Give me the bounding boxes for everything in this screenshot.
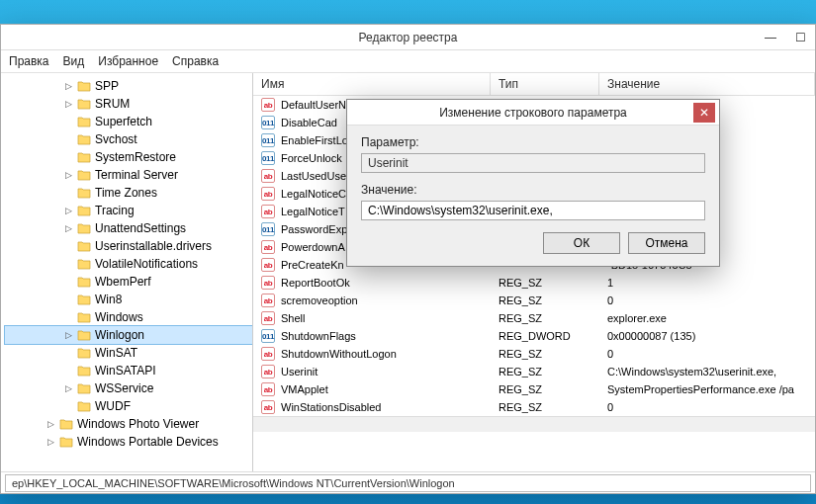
tree-item-label: Windows Portable Devices — [77, 435, 219, 449]
value-type: REG_SZ — [491, 294, 599, 306]
folder-icon — [77, 151, 91, 163]
minimize-button[interactable]: — — [756, 25, 785, 49]
value-row[interactable]: abWinStationsDisabledREG_SZ0 — [253, 398, 815, 416]
value-type: REG_SZ — [491, 348, 599, 360]
value-name: ShutdownWithoutLogon — [281, 348, 397, 360]
tree-item-label: Superfetch — [95, 115, 152, 128]
folder-icon — [77, 311, 91, 323]
expand-icon — [64, 118, 73, 126]
tree-item[interactable]: Svchost — [5, 130, 252, 148]
value-data: explorer.exe — [599, 312, 815, 324]
dialog-titlebar[interactable]: Изменение строкового параметра ✕ — [347, 100, 719, 126]
titlebar[interactable]: Редактор реестра — ☐ — [1, 25, 815, 50]
tree-item[interactable]: ▷Windows Photo Viewer — [5, 415, 252, 433]
expand-icon — [64, 402, 73, 411]
tree-item[interactable]: ▷Terminal Server — [5, 166, 252, 184]
tree-item[interactable]: ▷SRUM — [5, 95, 252, 113]
folder-icon — [77, 258, 91, 270]
value-type: REG_SZ — [491, 383, 599, 395]
tree-item[interactable]: WinSATAPI — [5, 362, 252, 379]
statusbar: ep\HKEY_LOCAL_MACHINE\SOFTWARE\Microsoft… — [1, 471, 815, 493]
value-name: PowerdownA — [281, 241, 345, 253]
tree-item[interactable]: ▷Winlogon — [5, 326, 252, 344]
tree-item[interactable]: WUDF — [5, 397, 252, 415]
folder-icon — [77, 133, 91, 145]
column-name[interactable]: Имя — [253, 73, 491, 95]
value-label: Значение: — [361, 183, 705, 197]
value-name: EnableFirstLo — [281, 134, 348, 146]
expand-icon[interactable]: ▷ — [64, 224, 73, 233]
tree-item[interactable]: Win8 — [5, 291, 252, 308]
column-type[interactable]: Тип — [491, 73, 599, 95]
expand-icon[interactable]: ▷ — [64, 207, 73, 215]
tree-item[interactable]: WbemPerf — [5, 273, 252, 291]
expand-icon[interactable]: ▷ — [64, 100, 73, 109]
value-name: PasswordExp — [281, 223, 347, 235]
string-icon: ab — [261, 258, 275, 272]
value-row[interactable]: 011ShutdownFlagsREG_DWORD0x00000087 (135… — [253, 327, 815, 345]
folder-icon — [77, 276, 91, 288]
string-icon: ab — [261, 382, 275, 396]
value-name: Shell — [281, 312, 305, 324]
tree-item[interactable]: ▷Windows Portable Devices — [5, 433, 252, 451]
value-row[interactable]: abVMAppletREG_SZSystemPropertiesPerforma… — [253, 380, 815, 398]
maximize-button[interactable]: ☐ — [785, 25, 815, 49]
tree-item-label: Time Zones — [95, 186, 157, 200]
menu-view[interactable]: Вид — [63, 54, 85, 68]
value-data: C:\Windows\system32\userinit.exe, — [599, 366, 815, 378]
window-title: Редактор реестра — [359, 31, 458, 44]
expand-icon[interactable]: ▷ — [46, 438, 55, 447]
string-icon: ab — [261, 205, 275, 218]
expand-icon — [64, 367, 73, 376]
value-name: scremoveoption — [281, 294, 358, 306]
tree-item[interactable]: ▷SPP — [5, 77, 252, 95]
dialog-title: Изменение строкового параметра — [439, 106, 627, 120]
horizontal-scrollbar[interactable] — [253, 416, 815, 432]
expand-icon — [64, 153, 73, 162]
expand-icon[interactable]: ▷ — [46, 420, 55, 429]
tree-item-label: VolatileNotifications — [95, 257, 198, 271]
tree-item[interactable]: Time Zones — [5, 184, 252, 202]
string-icon: ab — [261, 294, 275, 307]
tree-item[interactable]: SystemRestore — [5, 148, 252, 166]
value-field[interactable] — [361, 201, 705, 220]
string-icon: ab — [261, 276, 275, 290]
tree-item[interactable]: ▷UnattendSettings — [5, 219, 252, 237]
value-row[interactable]: abShutdownWithoutLogonREG_SZ0 — [253, 345, 815, 363]
folder-icon — [77, 382, 91, 394]
column-value[interactable]: Значение — [599, 73, 815, 95]
value-row[interactable]: abUserinitREG_SZC:\Windows\system32\user… — [253, 363, 815, 380]
menu-favorites[interactable]: Избранное — [98, 54, 158, 68]
menu-edit[interactable]: Правка — [9, 54, 49, 68]
tree-item-label: UnattendSettings — [95, 221, 186, 235]
registry-tree[interactable]: ▷SPP▷SRUMSuperfetchSvchostSystemRestore▷… — [1, 73, 253, 471]
expand-icon[interactable]: ▷ — [64, 384, 73, 393]
tree-item[interactable]: Windows — [5, 308, 252, 326]
ok-button[interactable]: ОК — [543, 232, 620, 254]
expand-icon — [64, 260, 73, 269]
value-name: ReportBootOk — [281, 277, 350, 289]
tree-item[interactable]: WinSAT — [5, 344, 252, 362]
value-row[interactable]: abReportBootOkREG_SZ1 — [253, 274, 815, 292]
tree-item[interactable]: VolatileNotifications — [5, 255, 252, 273]
string-icon: ab — [261, 240, 275, 254]
status-path[interactable]: ep\HKEY_LOCAL_MACHINE\SOFTWARE\Microsoft… — [5, 474, 811, 492]
close-icon[interactable]: ✕ — [693, 103, 715, 123]
value-row[interactable]: abShellREG_SZexplorer.exe — [253, 309, 815, 327]
expand-icon[interactable]: ▷ — [64, 331, 73, 340]
folder-icon — [59, 436, 73, 448]
tree-item-label: Svchost — [95, 132, 137, 146]
tree-item[interactable]: Userinstallable.drivers — [5, 237, 252, 255]
menu-help[interactable]: Справка — [172, 54, 219, 68]
string-icon: ab — [261, 400, 275, 414]
value-row[interactable]: abscremoveoptionREG_SZ0 — [253, 292, 815, 309]
menubar: Правка Вид Избранное Справка — [1, 50, 815, 73]
tree-item[interactable]: ▷Tracing — [5, 202, 252, 219]
folder-icon — [77, 205, 91, 216]
expand-icon[interactable]: ▷ — [64, 171, 73, 180]
tree-item[interactable]: ▷WSService — [5, 379, 252, 397]
value-name: ShutdownFlags — [281, 330, 356, 342]
cancel-button[interactable]: Отмена — [628, 232, 705, 254]
expand-icon[interactable]: ▷ — [64, 82, 73, 91]
tree-item[interactable]: Superfetch — [5, 113, 252, 130]
